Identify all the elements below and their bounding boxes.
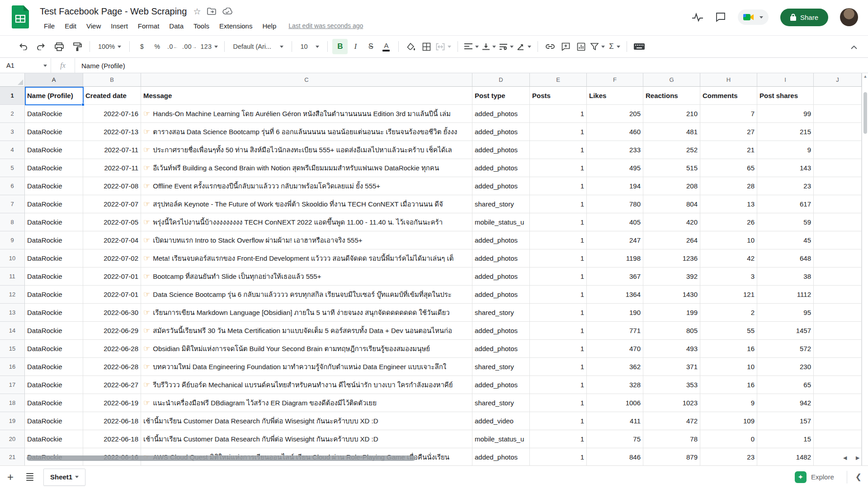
column-header-H[interactable]: H xyxy=(700,73,757,87)
cell-extra[interactable] xyxy=(814,195,862,213)
cell-shares[interactable]: 23 xyxy=(757,177,814,195)
undo-button[interactable] xyxy=(15,39,31,54)
increase-decimal-button[interactable]: .00→ xyxy=(180,39,198,54)
cell-comments[interactable]: 23 xyxy=(700,448,757,465)
cell-reactions[interactable]: 804 xyxy=(643,195,700,213)
cell-posts[interactable]: 1 xyxy=(530,195,587,213)
insert-link-button[interactable] xyxy=(542,39,558,54)
cell-comments[interactable]: 121 xyxy=(700,286,757,304)
column-header-C[interactable]: C xyxy=(141,73,472,87)
row-number-2[interactable]: 2 xyxy=(0,105,25,123)
bold-button[interactable]: B xyxy=(332,39,348,54)
cell-shares[interactable]: 1482 xyxy=(757,448,814,465)
last-edit-status[interactable]: Last edit was seconds ago xyxy=(288,22,363,29)
cell-date[interactable]: 2022-07-16 xyxy=(83,105,141,123)
insert-comment-button[interactable] xyxy=(558,39,573,54)
text-wrap-select[interactable] xyxy=(498,39,515,54)
cell-comments[interactable]: 27 xyxy=(700,123,757,141)
menu-data[interactable]: Data xyxy=(165,21,188,31)
cell-post_type[interactable]: added_photos xyxy=(472,376,530,394)
activity-icon[interactable] xyxy=(692,12,703,22)
cell-shares[interactable]: 45 xyxy=(757,231,814,249)
cell-reactions[interactable]: 199 xyxy=(643,304,700,322)
cell-message[interactable]: ☞เปิดมาบทแรก Intro to Stack Overflow ผ่า… xyxy=(141,231,472,249)
cell-posts[interactable]: 1 xyxy=(530,304,587,322)
cell-message[interactable]: เช้านี้มาเรียน Customer Data Research กั… xyxy=(141,430,472,448)
row-number-13[interactable]: 13 xyxy=(0,304,25,322)
cell-date[interactable]: 2022-07-04 xyxy=(83,231,141,249)
cell-date[interactable]: 2022-07-01 xyxy=(83,267,141,286)
add-sheet-button[interactable]: + xyxy=(0,471,21,483)
cell-post_type[interactable]: mobile_status_u xyxy=(472,430,530,448)
decrease-decimal-button[interactable]: .0← xyxy=(165,39,180,54)
cell-posts[interactable]: 1 xyxy=(530,430,587,448)
cell-extra[interactable] xyxy=(814,231,862,249)
cell-comments[interactable]: 2 xyxy=(700,304,757,322)
cell-name[interactable]: DataRockie xyxy=(25,213,83,231)
cell-posts[interactable]: 1 xyxy=(530,286,587,304)
cell-name[interactable]: DataRockie xyxy=(25,412,83,430)
cell-posts[interactable]: Posts xyxy=(530,87,587,105)
cell-shares[interactable]: 65 xyxy=(757,376,814,394)
cell-likes[interactable]: 495 xyxy=(587,159,643,177)
scroll-up-arrow[interactable]: ▲ xyxy=(862,74,868,79)
cell-reactions[interactable]: 879 xyxy=(643,448,700,465)
star-icon[interactable]: ☆ xyxy=(193,6,201,17)
cell-shares[interactable]: 215 xyxy=(757,123,814,141)
cell-name[interactable]: DataRockie xyxy=(25,430,83,448)
cell-name[interactable]: DataRockie xyxy=(25,159,83,177)
collapse-panel-chevron-icon[interactable]: ❮ xyxy=(855,472,862,482)
cell-comments[interactable]: 42 xyxy=(700,249,757,267)
paint-format-button[interactable] xyxy=(70,39,85,54)
column-header-E[interactable]: E xyxy=(530,73,587,87)
cell-post_type[interactable]: added_photos xyxy=(472,177,530,195)
account-avatar[interactable] xyxy=(840,8,858,26)
cell-name[interactable]: DataRockie xyxy=(25,394,83,412)
row-number-8[interactable]: 8 xyxy=(0,213,25,231)
column-header-D[interactable]: D xyxy=(472,73,530,87)
cell-likes[interactable]: 780 xyxy=(587,195,643,213)
cell-reactions[interactable]: 420 xyxy=(643,213,700,231)
cell-posts[interactable]: 1 xyxy=(530,376,587,394)
cell-message[interactable]: ☞Bootcamp ที่สอนยันทำ Slide เป็นทุกอย่าง… xyxy=(141,267,472,286)
cell-message[interactable]: ☞Data Science Bootcamp รุ่น 6 กลับมาแล้ว… xyxy=(141,286,472,304)
cell-date[interactable]: 2022-06-27 xyxy=(83,376,141,394)
cell-date[interactable]: 2022-06-28 xyxy=(83,358,141,376)
cell-reactions[interactable]: Reactions xyxy=(643,87,700,105)
document-status-cloud-icon[interactable] xyxy=(222,8,232,15)
cell-extra[interactable] xyxy=(814,322,862,340)
cell-message[interactable]: ☞ประกาศรายชื่อเพื่อนๆทั้ง 50 ท่าน สิงห์ม… xyxy=(141,141,472,159)
cell-date[interactable]: 2022-06-18 xyxy=(83,412,141,430)
cell-likes[interactable]: 328 xyxy=(587,376,643,394)
cell-posts[interactable]: 1 xyxy=(530,448,587,465)
cell-reactions[interactable]: 481 xyxy=(643,123,700,141)
cell-name[interactable]: DataRockie xyxy=(25,249,83,267)
cell-name[interactable]: DataRockie xyxy=(25,286,83,304)
row-number-14[interactable]: 14 xyxy=(0,322,25,340)
cell-posts[interactable]: 1 xyxy=(530,105,587,123)
cell-extra[interactable] xyxy=(814,340,862,358)
cell-date[interactable]: 2022-07-11 xyxy=(83,141,141,159)
vertical-align-select[interactable] xyxy=(481,39,498,54)
cell-message[interactable]: เช้านี้มาเรียน Customer Data Research กั… xyxy=(141,412,472,430)
row-number-9[interactable]: 9 xyxy=(0,231,25,249)
row-number-1[interactable]: 1 xyxy=(0,87,25,105)
cell-name[interactable]: DataRockie xyxy=(25,105,83,123)
cell-reactions[interactable]: 252 xyxy=(643,141,700,159)
cell-message[interactable]: ☞ตารางสอน Data Science Bootcamp รุ่นที่ … xyxy=(141,123,472,141)
cell-posts[interactable]: 1 xyxy=(530,394,587,412)
cell-reactions[interactable]: 1430 xyxy=(643,286,700,304)
cell-message[interactable]: ☞อีเว้นท์ฟรี Building a Second Brain wit… xyxy=(141,159,472,177)
cell-reactions[interactable]: 78 xyxy=(643,430,700,448)
explore-button[interactable]: ✦ Explore xyxy=(790,469,839,486)
row-number-7[interactable]: 7 xyxy=(0,195,25,213)
merge-cells-button[interactable] xyxy=(434,39,453,54)
cell-date[interactable]: 2022-07-05 xyxy=(83,213,141,231)
cell-extra[interactable] xyxy=(814,267,862,286)
cell-name[interactable]: DataRockie xyxy=(25,376,83,394)
cell-shares[interactable]: 572 xyxy=(757,340,814,358)
cell-date[interactable]: 2022-07-13 xyxy=(83,123,141,141)
hide-menus-chevron-icon[interactable] xyxy=(846,40,862,55)
italic-button[interactable]: I xyxy=(348,39,363,54)
font-size-select[interactable]: 10 xyxy=(297,39,323,54)
